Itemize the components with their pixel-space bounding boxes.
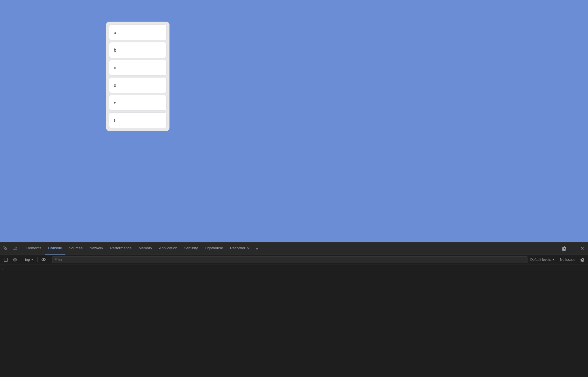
- tab-performance[interactable]: Performance: [107, 242, 135, 255]
- inspect-element-button[interactable]: [1, 244, 10, 253]
- toolbar-separator-1: [21, 257, 21, 262]
- live-expression-button[interactable]: [40, 256, 48, 264]
- console-prompt-line: ›: [2, 267, 586, 271]
- list-item-b[interactable]: b: [109, 42, 167, 58]
- tab-network[interactable]: Network: [86, 242, 107, 255]
- tab-sources[interactable]: Sources: [65, 242, 86, 255]
- device-toolbar-button[interactable]: [10, 244, 20, 253]
- tab-recorder[interactable]: Recorder: [227, 242, 253, 255]
- card-container: a b c d e f: [106, 22, 169, 131]
- tab-console[interactable]: Console: [45, 242, 65, 255]
- tab-elements[interactable]: Elements: [22, 242, 45, 255]
- list-item-f[interactable]: f: [109, 112, 167, 128]
- devtools-close-button[interactable]: ✕: [578, 244, 587, 253]
- devtools-tab-bar: Elements Console Sources Network Perform…: [0, 242, 588, 255]
- svg-rect-1: [16, 248, 17, 249]
- svg-rect-0: [13, 247, 16, 249]
- svg-point-10: [43, 259, 44, 260]
- list-item-d[interactable]: d: [109, 77, 167, 93]
- devtools-more-button[interactable]: ⋮: [568, 244, 578, 253]
- console-settings-button[interactable]: [579, 256, 586, 263]
- default-levels-selector[interactable]: Default levels ▼: [529, 257, 557, 263]
- tab-application[interactable]: Application: [156, 242, 181, 255]
- sidebar-toggle-button[interactable]: [2, 256, 10, 264]
- svg-rect-4: [4, 258, 7, 261]
- context-selector[interactable]: top ▼: [23, 257, 35, 263]
- tab-security[interactable]: Security: [181, 242, 201, 255]
- tab-memory[interactable]: Memory: [135, 242, 156, 255]
- browser-viewport: a b c d e f: [0, 0, 588, 242]
- toolbar-separator-2: [37, 257, 38, 262]
- toolbar-separator-3: [50, 257, 50, 262]
- devtools-settings-button[interactable]: [560, 244, 568, 252]
- tab-divider-1: [21, 246, 21, 251]
- devtools-panel: Elements Console Sources Network Perform…: [0, 242, 588, 377]
- tab-lighthouse[interactable]: Lighthouse: [201, 242, 227, 255]
- console-content[interactable]: ›: [0, 265, 588, 377]
- no-issues-badge: No Issues: [558, 258, 578, 262]
- list-item-a[interactable]: a: [109, 24, 167, 40]
- clear-console-button[interactable]: [11, 256, 19, 264]
- filter-input[interactable]: [52, 256, 527, 263]
- console-toolbar: top ▼ Default levels ▼ No Issues: [0, 255, 588, 265]
- more-tabs-button[interactable]: »: [253, 242, 260, 255]
- prompt-arrow-icon: ›: [2, 267, 3, 271]
- list-item-c[interactable]: c: [109, 60, 167, 76]
- list-item-e[interactable]: e: [109, 95, 167, 111]
- svg-point-3: [248, 248, 249, 249]
